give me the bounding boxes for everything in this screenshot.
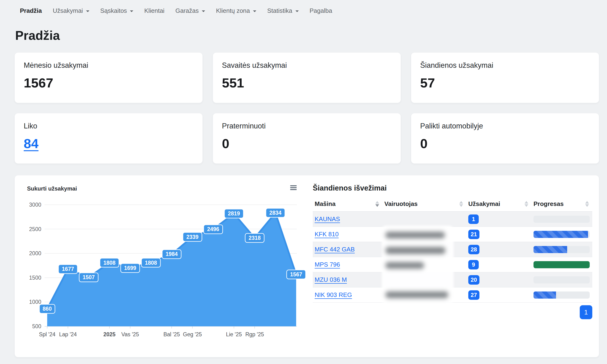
- nav-item-garazas[interactable]: Garažas: [175, 7, 205, 14]
- nav-item-label: Sąskaitos: [100, 7, 127, 14]
- progress-bar-fill: [533, 246, 567, 253]
- data-label: 1507: [82, 274, 95, 280]
- column-header-1[interactable]: Vairuotojas: [383, 200, 466, 208]
- dashboard-page: { "nav": { "items": [ {"key":"pradzia","…: [0, 0, 607, 364]
- progress-bar: [533, 246, 590, 253]
- redacted-text-blob: [385, 291, 448, 298]
- sort-icon: [459, 201, 463, 207]
- caret-down-icon: [130, 11, 133, 12]
- stat-card-value: 57: [420, 76, 590, 90]
- vehicle-link[interactable]: KAUNAS: [315, 215, 340, 222]
- y-axis-label: 2500: [29, 226, 41, 232]
- chart-menu-icon[interactable]: [289, 183, 298, 193]
- x-axis-label: Lap '24: [59, 331, 77, 338]
- vehicle-link[interactable]: KFK 810: [315, 231, 339, 238]
- column-header-label: Vairuotojas: [384, 200, 418, 208]
- nav-item-klientai[interactable]: Klientai: [144, 7, 164, 14]
- nav-item-label: Užsakymai: [53, 7, 83, 14]
- data-label: 1984: [166, 251, 178, 257]
- column-header-label: Mašina: [315, 200, 335, 208]
- dashboard-panel: Sukurti užsakymai 5001000150020002500300…: [15, 175, 599, 357]
- redacted-text-blob: [385, 247, 445, 254]
- stat-card-label: Palikti automobilyje: [420, 122, 590, 130]
- x-axis-label: 2025: [103, 331, 116, 338]
- y-axis-label: 1000: [29, 299, 41, 305]
- y-axis-label: 3000: [29, 202, 41, 208]
- nav-item-uzsakymai[interactable]: Užsakymai: [53, 7, 89, 14]
- stat-card-value: 0: [222, 137, 392, 150]
- progress-bar: [533, 261, 590, 268]
- stat-card-value: 84: [24, 137, 194, 150]
- x-axis-label: Geg '25: [183, 331, 202, 338]
- stat-card-siandienos-uzsakymai: Šiandienos užsakymai57: [411, 52, 599, 103]
- data-label: 2339: [186, 234, 198, 240]
- progress-bar: [533, 291, 590, 299]
- sort-icon: [525, 201, 528, 207]
- stat-card-praterminuoti: Praterminuoti0: [213, 113, 401, 164]
- redacted-text-blob: [385, 262, 424, 269]
- x-axis-label: Vas '25: [121, 331, 139, 338]
- vehicle-link[interactable]: NIK 903 REG: [315, 291, 352, 298]
- stat-card-label: Liko: [24, 122, 194, 130]
- page-title: Pradžia: [15, 28, 607, 43]
- nav-item-label: Pradžia: [20, 7, 42, 14]
- orders-count-badge: 21: [468, 230, 479, 239]
- y-axis-label: 500: [32, 323, 41, 329]
- stat-card-label: Praterminuoti: [222, 122, 392, 130]
- y-axis-label: 2000: [29, 250, 41, 256]
- data-label: 2819: [228, 210, 240, 217]
- nav-item-pagalba[interactable]: Pagalba: [310, 7, 332, 14]
- x-axis-label: Bal '25: [163, 331, 180, 338]
- stat-card-label: Mėnesio užsakymai: [24, 61, 194, 70]
- chart-title: Sukurti užsakymai: [27, 185, 77, 192]
- nav-item-label: Statistika: [267, 7, 292, 14]
- column-header-3[interactable]: Progresas: [532, 200, 592, 208]
- nav-item-statistika[interactable]: Statistika: [267, 7, 299, 14]
- nav-item-klientu-zona[interactable]: Klientų zona: [216, 7, 256, 14]
- stat-card-palikti-automobilyje: Palikti automobilyje0: [411, 113, 599, 164]
- data-label: 1567: [290, 271, 302, 277]
- progress-bar: [533, 276, 590, 284]
- redacted-text-blob: [385, 232, 445, 238]
- nav-item-saskaitos[interactable]: Sąskaitos: [100, 7, 133, 14]
- data-label: 1677: [62, 266, 74, 272]
- top-nav: PradžiaUžsakymaiSąskaitosKlientaiGaražas…: [0, 0, 607, 14]
- orders-area-chart: 50010001500200025003000Spl '24Lap '24202…: [24, 200, 320, 346]
- stat-card-savaites-uzsakymai: Savaitės užsakymai551: [213, 52, 401, 103]
- caret-down-icon: [295, 11, 299, 12]
- stat-card-value: 551: [222, 76, 392, 90]
- sort-icon: [585, 201, 589, 207]
- column-header-2[interactable]: Užsakymai: [466, 200, 532, 208]
- vehicle-link[interactable]: MFC 442 GAB: [315, 246, 355, 253]
- table-header: MašinaVairuotojasUžsakymaiProgresas: [313, 196, 592, 212]
- caret-down-icon: [253, 11, 256, 12]
- column-header-0[interactable]: Mašina: [313, 200, 383, 208]
- orders-count-badge: 27: [468, 290, 479, 300]
- data-label: 2496: [207, 226, 219, 232]
- stat-card-label: Savaitės užsakymai: [222, 61, 392, 70]
- progress-bar: [533, 231, 590, 238]
- column-header-label: Užsakymai: [468, 200, 500, 208]
- sort-icon: [375, 201, 379, 207]
- area-fill: [47, 213, 296, 326]
- progress-bar-fill: [533, 291, 556, 299]
- stat-card-liko: Liko84: [15, 113, 202, 164]
- nav-item-pradzia[interactable]: Pradžia: [20, 7, 42, 14]
- data-label: 2834: [269, 210, 281, 216]
- data-label: 1808: [103, 260, 116, 266]
- data-label: 2318: [249, 235, 261, 241]
- column-header-label: Progresas: [533, 200, 564, 208]
- nav-item-label: Pagalba: [310, 7, 332, 14]
- vehicle-link[interactable]: MZU 036 M: [315, 276, 347, 283]
- orders-count-badge: 28: [468, 245, 479, 254]
- stat-card-menesio-uzsakymai: Mėnesio užsakymai1567: [15, 52, 202, 103]
- pagination-page-1-button[interactable]: 1: [580, 305, 592, 319]
- data-label: 1699: [124, 265, 136, 271]
- stat-card-value-link[interactable]: 84: [24, 136, 39, 151]
- orders-count-badge: 20: [468, 275, 479, 285]
- progress-bar-fill: [533, 231, 588, 238]
- caret-down-icon: [202, 11, 205, 12]
- vehicle-link[interactable]: MPS 796: [315, 261, 340, 268]
- x-axis-label: Spl '24: [39, 331, 55, 338]
- stat-card-value: 1567: [24, 76, 194, 90]
